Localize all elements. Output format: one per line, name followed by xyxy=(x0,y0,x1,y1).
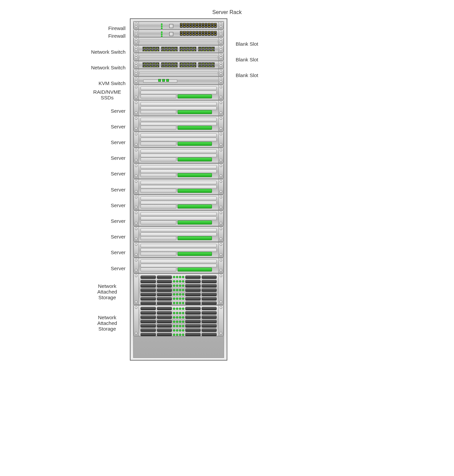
rack-unit-nas xyxy=(134,305,224,336)
slot-label: Server xyxy=(59,108,126,114)
slot-label: Server xyxy=(59,202,126,208)
rack-unit-blank xyxy=(134,37,224,45)
rack-unit-server xyxy=(134,242,224,258)
rack-unit-firewall xyxy=(134,22,224,29)
slot-label: Server xyxy=(59,139,126,145)
slot-label: Server xyxy=(59,218,126,224)
rack-unit-blank xyxy=(134,53,224,61)
slot-label: Network Switch xyxy=(59,49,126,55)
slot-label: Blank Slot xyxy=(236,72,309,78)
slot-label: Server xyxy=(59,171,126,176)
page: Server Rack FirewallFirewallBlank SlotNe… xyxy=(0,0,454,476)
rack-unit-switch xyxy=(134,61,224,69)
rack-unit-server xyxy=(134,179,224,194)
slot-label: Firewall xyxy=(59,33,126,39)
rack-unit-server xyxy=(134,258,224,273)
diagram-title: Server Rack xyxy=(0,9,454,15)
slot-label: Server xyxy=(59,124,126,129)
rack-unit-switch xyxy=(134,45,224,53)
slot-label: NetworkAttachedStorage xyxy=(89,315,126,332)
slot-label: Server xyxy=(59,234,126,240)
rack-unit-server xyxy=(134,85,224,100)
rack-unit-server xyxy=(134,148,224,163)
rack-unit-server xyxy=(134,195,224,210)
slot-label: Firewall xyxy=(59,25,126,31)
rack-frame xyxy=(130,18,227,361)
slot-label: Blank Slot xyxy=(236,57,309,62)
slot-label: Server xyxy=(59,266,126,271)
rack-unit-server xyxy=(134,210,224,226)
rack-inner xyxy=(133,21,224,358)
slot-label: Blank Slot xyxy=(236,41,309,47)
slot-label: NetworkAttachedStorage xyxy=(89,283,126,300)
rack-unit-firewall xyxy=(134,30,224,37)
rack-unit-server xyxy=(134,226,224,242)
slot-label: Server xyxy=(59,187,126,192)
rack-unit-nas xyxy=(134,274,224,305)
rack-unit-kvm xyxy=(134,77,224,84)
rack-unit-blank xyxy=(134,69,224,77)
rack-unit-server xyxy=(134,116,224,131)
rack-unit-server xyxy=(134,100,224,116)
slot-label: RAID/NVMESSDs xyxy=(89,89,126,100)
slot-label: Server xyxy=(59,155,126,161)
slot-label: Server xyxy=(59,250,126,255)
slot-label: Network Switch xyxy=(59,65,126,70)
slot-label: KVM Switch xyxy=(59,80,126,86)
rack-unit-server xyxy=(134,163,224,179)
rack-unit-server xyxy=(134,132,224,147)
